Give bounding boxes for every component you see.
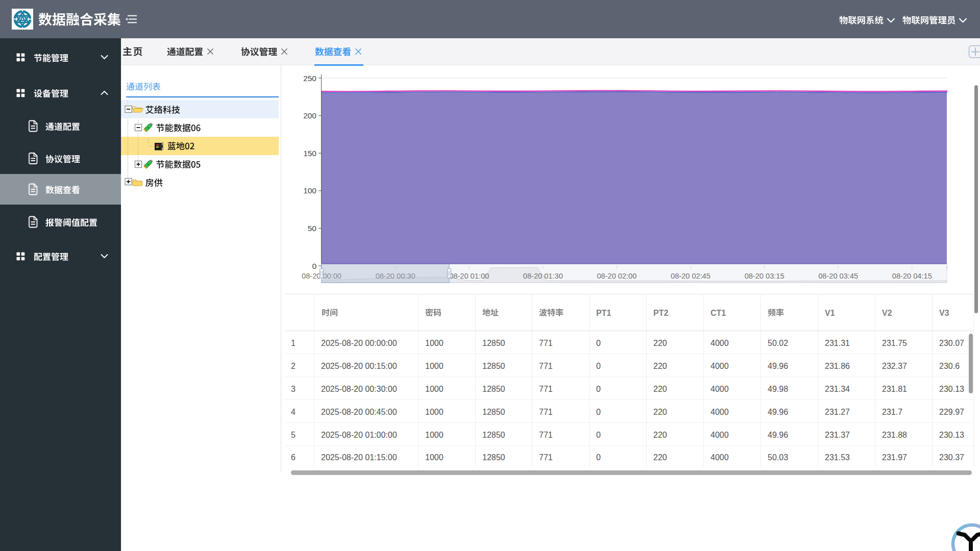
svg-text:12850: 12850: [482, 408, 505, 416]
svg-text:1000: 1000: [425, 453, 444, 462]
svg-text:2: 2: [291, 362, 296, 370]
svg-text:CT1: CT1: [710, 309, 726, 317]
svg-text:6: 6: [291, 453, 296, 462]
svg-text:1000: 1000: [425, 408, 444, 416]
svg-text:5: 5: [291, 431, 296, 439]
svg-text:12850: 12850: [482, 385, 505, 393]
svg-text:150: 150: [303, 149, 316, 158]
svg-text:08-20 01:30: 08-20 01:30: [523, 272, 563, 280]
svg-text:231.75: 231.75: [882, 339, 907, 347]
svg-text:231.31: 231.31: [825, 339, 850, 347]
svg-text:49.96: 49.96: [768, 408, 788, 416]
svg-text:0: 0: [596, 385, 601, 393]
svg-text:12850: 12850: [482, 431, 505, 439]
svg-text:230.6: 230.6: [939, 362, 960, 370]
svg-text:49.96: 49.96: [768, 362, 788, 370]
svg-text:220: 220: [653, 431, 667, 439]
svg-text:V1: V1: [825, 309, 835, 317]
svg-text:230.07: 230.07: [939, 339, 964, 347]
svg-text:771: 771: [539, 362, 553, 370]
svg-text:230.13: 230.13: [939, 431, 964, 439]
svg-text:4000: 4000: [710, 362, 729, 370]
svg-text:2025-08-20 00:15:00: 2025-08-20 00:15:00: [321, 362, 397, 370]
svg-text:50.03: 50.03: [768, 453, 788, 462]
svg-text:231.88: 231.88: [882, 431, 907, 439]
svg-text:231.81: 231.81: [882, 385, 907, 393]
svg-text:100: 100: [303, 186, 316, 195]
svg-text:771: 771: [539, 431, 553, 439]
svg-text:771: 771: [539, 385, 553, 393]
svg-text:V3: V3: [939, 309, 949, 317]
svg-text:230.13: 230.13: [939, 385, 964, 393]
svg-text:231.37: 231.37: [825, 431, 850, 439]
svg-text:250: 250: [303, 74, 316, 83]
svg-text:771: 771: [539, 339, 553, 347]
svg-text:231.7: 231.7: [882, 408, 902, 416]
svg-text:08-20 03:45: 08-20 03:45: [818, 272, 858, 280]
svg-text:08-20 02:45: 08-20 02:45: [671, 272, 710, 280]
svg-text:4000: 4000: [710, 431, 729, 439]
svg-text:50.02: 50.02: [768, 339, 788, 347]
svg-text:V2: V2: [882, 309, 892, 317]
svg-text:1000: 1000: [425, 385, 444, 393]
svg-text:771: 771: [539, 453, 553, 462]
svg-text:0: 0: [312, 262, 316, 270]
svg-text:230.37: 230.37: [939, 453, 964, 462]
svg-text:4000: 4000: [710, 385, 729, 393]
svg-text:231.27: 231.27: [825, 408, 850, 416]
svg-text:12850: 12850: [482, 362, 505, 370]
svg-text:220: 220: [653, 339, 667, 347]
svg-text:1000: 1000: [425, 362, 444, 370]
svg-text:231.53: 231.53: [825, 453, 850, 462]
svg-text:0: 0: [596, 362, 601, 370]
svg-text:0: 0: [596, 453, 601, 462]
svg-text:2025-08-20 00:45:00: 2025-08-20 00:45:00: [321, 408, 397, 416]
svg-text:4000: 4000: [710, 408, 729, 416]
svg-text:2025-08-20 00:00:00: 2025-08-20 00:00:00: [321, 339, 397, 347]
svg-text:1: 1: [291, 339, 296, 347]
svg-text:2025-08-20 01:15:00: 2025-08-20 01:15:00: [321, 453, 397, 462]
svg-text:232.37: 232.37: [882, 362, 907, 370]
svg-text:4000: 4000: [710, 339, 729, 347]
svg-text:0: 0: [596, 408, 601, 416]
svg-text:220: 220: [653, 362, 667, 370]
svg-text:220: 220: [653, 453, 667, 462]
svg-text:PT2: PT2: [653, 309, 668, 317]
svg-text:231.34: 231.34: [825, 385, 850, 393]
svg-text:0: 0: [596, 339, 601, 347]
svg-text:49.98: 49.98: [768, 385, 788, 393]
svg-text:771: 771: [539, 408, 553, 416]
svg-text:12850: 12850: [482, 339, 505, 347]
svg-text:4: 4: [291, 408, 296, 416]
svg-text:08-20 02:00: 08-20 02:00: [597, 272, 636, 280]
svg-text:08-20 01:00: 08-20 01:00: [449, 272, 489, 280]
svg-text:231.86: 231.86: [825, 362, 850, 370]
svg-text:08-20 03:15: 08-20 03:15: [745, 272, 785, 280]
svg-text:2025-08-20 01:00:00: 2025-08-20 01:00:00: [321, 431, 397, 439]
svg-text:220: 220: [653, 408, 667, 416]
svg-text:0: 0: [596, 431, 601, 439]
svg-text:1000: 1000: [425, 339, 444, 347]
svg-text:PT1: PT1: [596, 309, 611, 317]
svg-text:229.97: 229.97: [939, 408, 964, 416]
svg-text:49.96: 49.96: [768, 431, 788, 439]
svg-text:08-20 04:15: 08-20 04:15: [892, 272, 932, 280]
svg-text:2025-08-20 00:30:00: 2025-08-20 00:30:00: [321, 385, 397, 393]
svg-text:220: 220: [653, 385, 667, 393]
svg-text:231.97: 231.97: [882, 453, 907, 462]
svg-text:4000: 4000: [710, 453, 729, 462]
svg-text:1000: 1000: [425, 431, 444, 439]
svg-text:3: 3: [291, 385, 296, 393]
svg-text:200: 200: [303, 111, 316, 120]
svg-text:12850: 12850: [482, 453, 505, 462]
svg-text:50: 50: [308, 224, 317, 233]
